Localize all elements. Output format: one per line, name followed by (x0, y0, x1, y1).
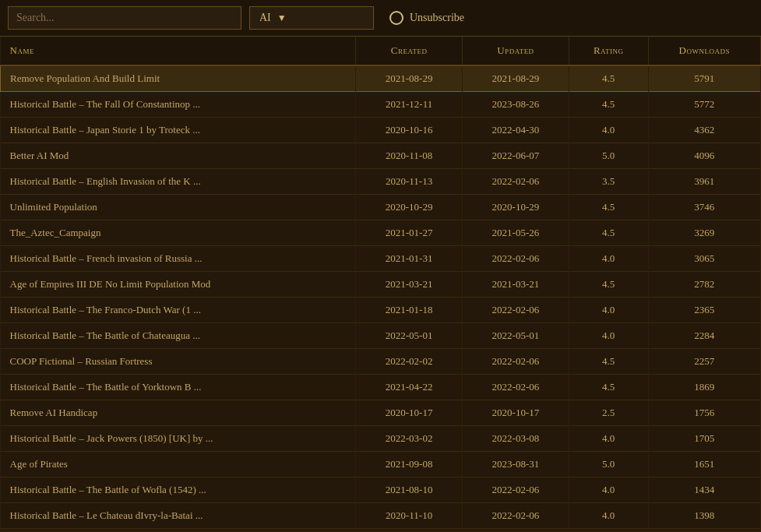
cell-name: Age of Pirates (1, 452, 356, 477)
table-row[interactable]: COOP Fictional – Russian Fortress2022-02… (1, 349, 761, 375)
cell-updated: 2022-06-07 (463, 143, 569, 169)
cell-updated: 2022-02-06 (463, 375, 569, 400)
table-row[interactable]: Better AI Mod2020-11-082022-06-075.04096 (1, 143, 761, 169)
cell-rating: 3.5 (569, 169, 648, 195)
cell-created: 2021-08-29 (356, 65, 463, 92)
table-row[interactable]: The Siege of Tenochtitlan (1521)2023-03-… (1, 529, 761, 530)
cell-updated: 2022-02-06 (463, 298, 569, 323)
table-body: Remove Population And Build Limit2021-08… (1, 65, 761, 530)
cell-created: 2020-11-08 (356, 143, 463, 169)
cell-updated: 2021-03-21 (463, 272, 569, 298)
cell-downloads: 3746 (648, 195, 760, 220)
cell-created: 2021-12-11 (356, 92, 463, 118)
cell-name: The_Aztec_Campaign (1, 220, 356, 246)
table-row[interactable]: Unlimited Population2020-10-292020-10-29… (1, 195, 761, 220)
cell-downloads: 5791 (648, 65, 760, 92)
cell-created: 2020-10-16 (356, 118, 463, 143)
cell-rating: 4.0 (569, 298, 648, 323)
table-row[interactable]: Historical Battle – French invasion of R… (1, 246, 761, 272)
cell-downloads: 4096 (648, 143, 760, 169)
cell-name: Historical Battle – The Battle of Wofla … (1, 477, 356, 503)
table-row[interactable]: Age of Empires III DE No Limit Populatio… (1, 272, 761, 298)
cell-downloads: 4362 (648, 118, 760, 143)
cell-created: 2022-03-02 (356, 426, 463, 452)
cell-downloads: 1398 (648, 503, 760, 529)
cell-created: 2021-03-21 (356, 272, 463, 298)
cell-updated: 2020-10-29 (463, 195, 569, 220)
table-row[interactable]: Historical Battle – The Franco-Dutch War… (1, 298, 761, 323)
col-header-downloads: Downloads (648, 37, 760, 65)
cell-rating: 4.0 (569, 323, 648, 349)
cell-created: 2023-03-01 (356, 529, 463, 530)
cell-downloads: 1756 (648, 400, 760, 426)
cell-rating: 4.5 (569, 349, 648, 375)
cell-name: Remove Population And Build Limit (1, 65, 356, 92)
cell-created: 2021-01-18 (356, 298, 463, 323)
cell-name: Historical Battle – Japan Storie 1 by Tr… (1, 118, 356, 143)
cell-rating: 4.0 (569, 426, 648, 452)
cell-rating: 4.5 (569, 195, 648, 220)
cell-downloads: 3065 (648, 246, 760, 272)
cell-updated: 2022-02-06 (463, 503, 569, 529)
cell-updated: 2020-10-17 (463, 400, 569, 426)
cell-downloads: 1651 (648, 452, 760, 477)
cell-rating: 4.5 (569, 220, 648, 246)
cell-created: 2020-10-17 (356, 400, 463, 426)
cell-rating: 4.0 (569, 503, 648, 529)
chevron-down-icon: ▼ (277, 12, 287, 24)
unsubscribe-label: Unsubscribe (410, 12, 464, 24)
search-input[interactable] (8, 6, 241, 30)
cell-updated: 2021-05-26 (463, 220, 569, 246)
cell-created: 2020-11-10 (356, 503, 463, 529)
table-row[interactable]: Historical Battle – The Battle of Chatea… (1, 323, 761, 349)
cell-created: 2021-01-27 (356, 220, 463, 246)
cell-updated: 2022-02-06 (463, 169, 569, 195)
cell-name: Remove AI Handicap (1, 400, 356, 426)
table-row[interactable]: Historical Battle – Jack Powers (1850) [… (1, 426, 761, 452)
cell-updated: 2023-08-31 (463, 452, 569, 477)
cell-rating: 4.0 (569, 246, 648, 272)
cell-downloads: 5772 (648, 92, 760, 118)
cell-rating: 4.5 (569, 65, 648, 92)
cell-name: Unlimited Population (1, 195, 356, 220)
cell-updated: 2022-04-30 (463, 118, 569, 143)
cell-downloads: 2284 (648, 323, 760, 349)
cell-rating: 4.5 (569, 375, 648, 400)
cell-rating: 4.5 (569, 272, 648, 298)
cell-updated: 2022-03-08 (463, 426, 569, 452)
unsubscribe-button[interactable]: Unsubscribe (382, 6, 472, 30)
cell-downloads: 2782 (648, 272, 760, 298)
cell-name: The Siege of Tenochtitlan (1521) (1, 529, 356, 530)
cell-name: Historical Battle – The Battle of Chatea… (1, 323, 356, 349)
cell-name: Historical Battle – The Fall Of Constant… (1, 92, 356, 118)
table-row[interactable]: Remove AI Handicap2020-10-172020-10-172.… (1, 400, 761, 426)
table-row[interactable]: Historical Battle – The Battle of Yorkto… (1, 375, 761, 400)
filter-dropdown[interactable]: AI ▼ (249, 6, 374, 30)
table-row[interactable]: Historical Battle – Japan Storie 1 by Tr… (1, 118, 761, 143)
cell-created: 2022-05-01 (356, 323, 463, 349)
cell-updated: 2023-08-26 (463, 92, 569, 118)
table-row[interactable]: The_Aztec_Campaign2021-01-272021-05-264.… (1, 220, 761, 246)
cell-updated: 2022-02-06 (463, 246, 569, 272)
cell-downloads: 1434 (648, 477, 760, 503)
cell-created: 2021-01-31 (356, 246, 463, 272)
cell-updated: 2021-08-29 (463, 65, 569, 92)
cell-rating: 5.0 (569, 452, 648, 477)
cell-downloads: 1705 (648, 426, 760, 452)
table-row[interactable]: Historical Battle – Le Chateau dIvry-la-… (1, 503, 761, 529)
col-header-name: Name (1, 37, 356, 65)
top-bar: AI ▼ Unsubscribe (0, 0, 761, 37)
table-row[interactable]: Historical Battle – The Battle of Wofla … (1, 477, 761, 503)
cell-name: COOP Fictional – Russian Fortress (1, 349, 356, 375)
table-row[interactable]: Historical Battle – The Fall Of Constant… (1, 92, 761, 118)
cell-name: Better AI Mod (1, 143, 356, 169)
cell-name: Historical Battle – The Battle of Yorkto… (1, 375, 356, 400)
table-row[interactable]: Historical Battle – English Invasion of … (1, 169, 761, 195)
table-row[interactable]: Remove Population And Build Limit2021-08… (1, 65, 761, 92)
table-row[interactable]: Age of Pirates2021-09-082023-08-315.0165… (1, 452, 761, 477)
cell-updated: 2022-05-01 (463, 323, 569, 349)
cell-created: 2022-02-02 (356, 349, 463, 375)
cell-downloads: 3269 (648, 220, 760, 246)
cell-downloads: 3961 (648, 169, 760, 195)
cell-name: Historical Battle – Jack Powers (1850) [… (1, 426, 356, 452)
